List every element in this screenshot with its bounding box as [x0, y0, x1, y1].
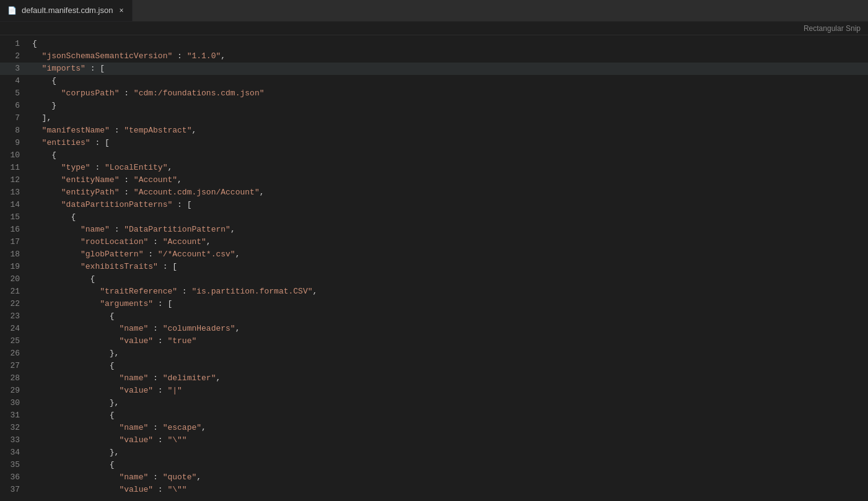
code-line: 10 {	[0, 149, 868, 162]
line-content: "jsonSchemaSemanticVersion" : "1.1.0",	[30, 50, 868, 63]
code-line: 29 "value" : "|"	[0, 385, 868, 397]
line-content: {	[30, 459, 868, 471]
code-line: 19 "exhibitsTraits" : [	[0, 261, 868, 273]
line-content: },	[30, 447, 868, 459]
code-line: 9 "entities" : [	[0, 137, 868, 149]
line-number: 5	[0, 87, 30, 100]
line-content: "name" : "DataPartitionPattern",	[30, 224, 868, 236]
code-line: 8 "manifestName" : "tempAbstract",	[0, 124, 868, 137]
line-number: 4	[0, 75, 30, 87]
line-number: 9	[0, 137, 30, 149]
code-line: 3 "imports" : [	[0, 63, 868, 75]
line-content: "globPattern" : "/*Account*.csv",	[30, 248, 868, 261]
line-number: 20	[0, 273, 30, 285]
line-content: "name" : "escape",	[30, 422, 868, 434]
code-line: 15 {	[0, 211, 868, 224]
line-number: 1	[0, 38, 30, 50]
code-line: 24 "name" : "columnHeaders",	[0, 323, 868, 335]
line-content: {	[30, 38, 868, 50]
code-line: 31 {	[0, 409, 868, 422]
code-line: 11 "type" : "LocalEntity",	[0, 162, 868, 174]
line-number: 7	[0, 112, 30, 124]
line-content: "rootLocation" : "Account",	[30, 236, 868, 248]
line-content: {	[30, 409, 868, 422]
breadcrumb-text: Rectangular Snip	[804, 24, 861, 33]
code-line: 22 "arguments" : [	[0, 298, 868, 310]
line-number: 30	[0, 397, 30, 409]
line-content: "imports" : [	[30, 63, 868, 75]
line-number: 28	[0, 372, 30, 385]
line-content: "corpusPath" : "cdm:/foundations.cdm.jso…	[30, 87, 868, 100]
code-line: 14 "dataPartitionPatterns" : [	[0, 199, 868, 211]
line-number: 12	[0, 174, 30, 186]
line-content: "name" : "quote",	[30, 471, 868, 484]
code-line: 35 {	[0, 459, 868, 471]
code-line: 37 "value" : "\""	[0, 484, 868, 496]
line-content: "value" : "true"	[30, 335, 868, 347]
line-number: 31	[0, 409, 30, 422]
file-tab[interactable]: 📄 default.manifest.cdm.json ×	[0, 0, 133, 21]
line-content: "entities" : [	[30, 137, 868, 149]
line-number: 19	[0, 261, 30, 273]
code-line: 6 }	[0, 100, 868, 112]
tab-close-button[interactable]: ×	[118, 5, 125, 16]
line-number: 37	[0, 484, 30, 496]
line-content: },	[30, 397, 868, 409]
line-number: 32	[0, 422, 30, 434]
line-number: 35	[0, 459, 30, 471]
code-line: 1{	[0, 38, 868, 50]
line-content: {	[30, 310, 868, 323]
line-number: 3	[0, 63, 30, 75]
code-line: 12 "entityName" : "Account",	[0, 174, 868, 186]
line-content: ],	[30, 112, 868, 124]
line-number: 18	[0, 248, 30, 261]
code-line: 25 "value" : "true"	[0, 335, 868, 347]
line-content: "exhibitsTraits" : [	[30, 261, 868, 273]
line-content: {	[30, 149, 868, 162]
line-number: 16	[0, 224, 30, 236]
line-number: 14	[0, 199, 30, 211]
line-number: 22	[0, 298, 30, 310]
line-content: {	[30, 360, 868, 372]
code-line: 18 "globPattern" : "/*Account*.csv",	[0, 248, 868, 261]
code-area[interactable]: 1{2 "jsonSchemaSemanticVersion" : "1.1.0…	[0, 35, 868, 501]
code-line: 26 },	[0, 347, 868, 360]
line-number: 17	[0, 236, 30, 248]
line-number: 6	[0, 100, 30, 112]
line-number: 26	[0, 347, 30, 360]
code-line: 36 "name" : "quote",	[0, 471, 868, 484]
code-line: 7 ],	[0, 112, 868, 124]
code-line: 21 "traitReference" : "is.partition.form…	[0, 285, 868, 298]
line-content: "type" : "LocalEntity",	[30, 162, 868, 174]
line-content: "value" : "\""	[30, 434, 868, 447]
line-number: 25	[0, 335, 30, 347]
code-line: 28 "name" : "delimiter",	[0, 372, 868, 385]
line-content: "name" : "columnHeaders",	[30, 323, 868, 335]
tab-filename: default.manifest.cdm.json	[22, 6, 113, 15]
line-content: {	[30, 273, 868, 285]
breadcrumb-bar: Rectangular Snip	[0, 22, 868, 35]
line-content: "entityName" : "Account",	[30, 174, 868, 186]
line-number: 2	[0, 50, 30, 63]
line-number: 13	[0, 186, 30, 199]
line-content: "value" : "|"	[30, 385, 868, 397]
line-content: "manifestName" : "tempAbstract",	[30, 124, 868, 137]
line-content: },	[30, 347, 868, 360]
line-number: 10	[0, 149, 30, 162]
line-content: "arguments" : [	[30, 298, 868, 310]
line-content: {	[30, 211, 868, 224]
code-line: 32 "name" : "escape",	[0, 422, 868, 434]
line-number: 21	[0, 285, 30, 298]
line-content: }	[30, 100, 868, 112]
line-number: 34	[0, 447, 30, 459]
line-number: 33	[0, 434, 30, 447]
line-number: 36	[0, 471, 30, 484]
line-content: "dataPartitionPatterns" : [	[30, 199, 868, 211]
line-number: 11	[0, 162, 30, 174]
tab-bar: 📄 default.manifest.cdm.json ×	[0, 0, 868, 22]
code-line: 33 "value" : "\""	[0, 434, 868, 447]
code-line: 16 "name" : "DataPartitionPattern",	[0, 224, 868, 236]
code-line: 13 "entityPath" : "Account.cdm.json/Acco…	[0, 186, 868, 199]
code-line: 34 },	[0, 447, 868, 459]
line-number: 27	[0, 360, 30, 372]
